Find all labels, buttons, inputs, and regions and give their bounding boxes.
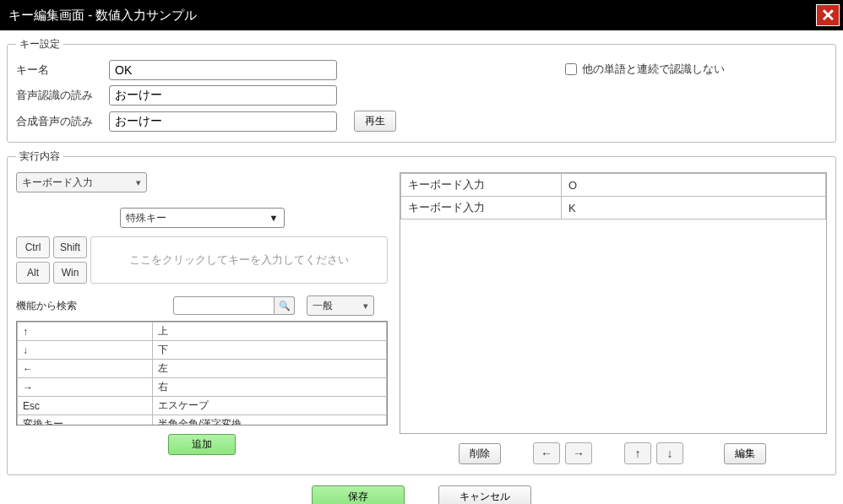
- func-key-cell: 変換キー: [18, 415, 153, 426]
- arrow-down-icon: ↓: [667, 447, 673, 460]
- alt-modifier-button[interactable]: Alt: [16, 262, 50, 284]
- key-placeholder: ここをクリックしてキーを入力してください: [129, 252, 349, 268]
- func-key-cell: ←: [18, 360, 153, 378]
- reading-label: 音声認識の読み: [16, 88, 109, 103]
- move-right-button[interactable]: →: [565, 442, 592, 464]
- title-bar: キー編集画面 - 数値入力サンプル ✕: [0, 0, 843, 30]
- sequence-table-scroll[interactable]: キーボード入力Oキーボード入力K: [400, 172, 827, 434]
- seq-key-cell: K: [562, 197, 826, 219]
- close-icon: ✕: [821, 5, 835, 25]
- func-key-cell: Esc: [18, 397, 153, 415]
- win-modifier-button[interactable]: Win: [53, 262, 87, 284]
- key-settings-group: キー設定 キー名 音声認識の読み 合成音声の読み 再生 他: [7, 37, 836, 143]
- add-button[interactable]: 追加: [168, 434, 236, 455]
- category-combo[interactable]: 一般: [307, 295, 374, 316]
- seq-type-cell: キーボード入力: [401, 197, 562, 219]
- seq-type-cell: キーボード入力: [401, 174, 562, 197]
- reading-input[interactable]: [109, 85, 337, 106]
- func-desc-cell: 右: [153, 378, 387, 397]
- func-desc-cell: エスケープ: [153, 397, 387, 415]
- table-row[interactable]: →右: [18, 378, 387, 397]
- special-key-combo[interactable]: 特殊キー: [120, 208, 285, 228]
- func-desc-cell: 上: [153, 322, 387, 341]
- table-row[interactable]: ↓下: [18, 341, 387, 360]
- exec-legend: 実行内容: [16, 149, 63, 164]
- arrow-left-icon: ←: [541, 447, 552, 460]
- edit-button[interactable]: 編集: [724, 443, 766, 464]
- table-row[interactable]: Escエスケープ: [18, 397, 387, 415]
- synth-input[interactable]: [109, 111, 337, 132]
- table-row[interactable]: キーボード入力O: [401, 174, 826, 197]
- play-button[interactable]: 再生: [354, 111, 396, 132]
- seq-key-cell: O: [562, 174, 826, 197]
- no-continuous-label: 他の単語と連続で認識しない: [582, 62, 725, 77]
- arrow-right-icon: →: [573, 447, 585, 460]
- move-up-button[interactable]: ↑: [624, 442, 651, 464]
- delete-button[interactable]: 削除: [459, 443, 501, 464]
- move-down-button[interactable]: ↓: [656, 442, 683, 464]
- func-key-cell: →: [18, 378, 153, 397]
- exec-content-group: 実行内容 キーボード入力 特殊キー Ctrl Shift Alt Win: [7, 149, 836, 475]
- special-key-value: 特殊キー: [126, 211, 166, 225]
- table-row[interactable]: キーボード入力K: [401, 197, 826, 219]
- category-value: 一般: [313, 299, 333, 313]
- window-title: キー編集画面 - 数値入力サンプル: [8, 8, 197, 24]
- cancel-button[interactable]: キャンセル: [438, 485, 531, 504]
- func-desc-cell: 下: [153, 341, 387, 360]
- input-type-combo[interactable]: キーボード入力: [16, 172, 147, 192]
- synth-label: 合成音声の読み: [16, 114, 109, 129]
- save-button[interactable]: 保存: [312, 485, 405, 504]
- table-row[interactable]: 変換キー半角全角/漢字変換: [18, 415, 387, 426]
- input-type-value: キーボード入力: [22, 176, 93, 190]
- func-key-cell: ↓: [18, 341, 153, 360]
- arrow-up-icon: ↑: [635, 447, 641, 460]
- search-icon: 🔍: [279, 301, 291, 312]
- table-row[interactable]: ←左: [18, 360, 387, 378]
- func-desc-cell: 左: [153, 360, 387, 378]
- function-search-label: 機能から検索: [16, 299, 168, 313]
- function-table-scroll[interactable]: ↑上↓下←左→右Escエスケープ変換キー半角全角/漢字変換: [16, 321, 388, 425]
- table-row[interactable]: ↑上: [18, 322, 387, 341]
- ctrl-modifier-button[interactable]: Ctrl: [16, 236, 50, 258]
- move-left-button[interactable]: ←: [533, 442, 560, 464]
- close-button[interactable]: ✕: [816, 4, 840, 26]
- search-button[interactable]: 🔍: [275, 296, 295, 315]
- function-table: ↑上↓下←左→右Escエスケープ変換キー半角全角/漢字変換: [17, 322, 387, 425]
- no-continuous-checkbox[interactable]: [565, 63, 577, 75]
- key-name-label: キー名: [16, 62, 109, 78]
- shift-modifier-button[interactable]: Shift: [53, 236, 87, 258]
- key-input-area[interactable]: ここをクリックしてキーを入力してください: [90, 236, 388, 284]
- sequence-table: キーボード入力Oキーボード入力K: [400, 173, 826, 219]
- function-search-input[interactable]: [173, 296, 275, 315]
- key-name-input[interactable]: [109, 60, 337, 80]
- key-settings-legend: キー設定: [16, 37, 63, 51]
- func-key-cell: ↑: [18, 322, 153, 341]
- func-desc-cell: 半角全角/漢字変換: [153, 415, 387, 426]
